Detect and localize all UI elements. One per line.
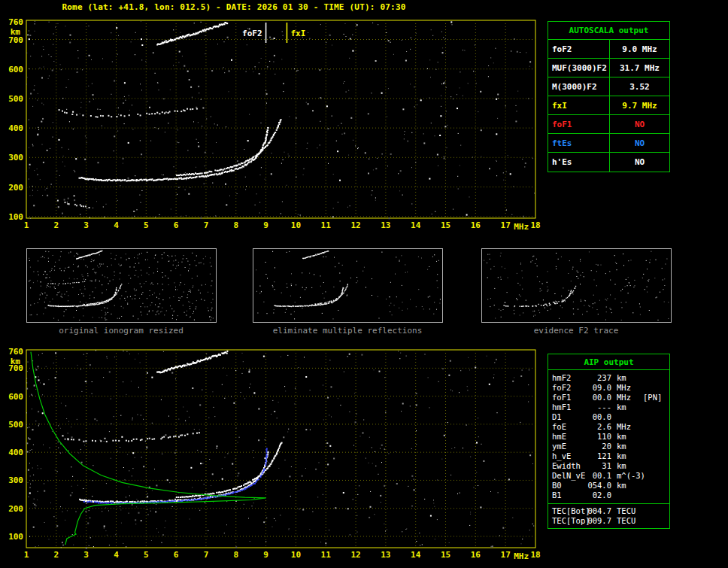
aip-note bbox=[643, 481, 669, 491]
aip-value: 110 bbox=[587, 432, 611, 442]
svg-text:MHz: MHz bbox=[514, 551, 529, 561]
aip-table-header: AIP output bbox=[548, 354, 669, 370]
svg-text:1: 1 bbox=[24, 550, 29, 560]
svg-text:500: 500 bbox=[8, 420, 23, 430]
aip-note bbox=[643, 451, 669, 461]
svg-text:600: 600 bbox=[8, 65, 23, 74]
aip-value: 054.0 bbox=[587, 481, 611, 491]
svg-text:fxI: fxI bbox=[290, 29, 305, 38]
aip-value: 009.7 bbox=[587, 516, 611, 526]
bot-electron-density-profile bbox=[31, 352, 266, 545]
thumbnail-1 bbox=[27, 249, 217, 323]
svg-text:14: 14 bbox=[411, 550, 421, 560]
svg-text:11: 11 bbox=[321, 550, 332, 560]
param-label: fxI bbox=[548, 96, 610, 114]
svg-text:200: 200 bbox=[8, 183, 23, 193]
svg-text:foF2: foF2 bbox=[242, 29, 262, 38]
svg-text:7: 7 bbox=[204, 550, 209, 560]
aip-unit: km bbox=[611, 461, 643, 471]
svg-text:100: 100 bbox=[8, 532, 23, 542]
aip-row-hme: hmE110km bbox=[548, 432, 669, 442]
autoscala-row-ftes: ftEsNO bbox=[548, 134, 669, 153]
aip-row-hmf2: hmF2237km bbox=[548, 373, 669, 383]
svg-text:400: 400 bbox=[8, 448, 23, 457]
thumbnail-caption-evidence: evidence F2 trace bbox=[481, 326, 671, 336]
svg-text:760: 760 bbox=[8, 17, 23, 27]
aip-value: 00.1 bbox=[587, 471, 611, 481]
aip-row-hmf1: hmF1---km bbox=[548, 402, 669, 412]
aip-row-ewidth: Ewidth31km bbox=[548, 461, 669, 471]
param-value: NO bbox=[610, 115, 669, 133]
svg-text:12: 12 bbox=[350, 220, 360, 230]
aip-note bbox=[643, 461, 669, 471]
autoscala-row-muf-3000-f2: MUF(3000)F231.7 MHz bbox=[548, 59, 669, 77]
svg-text:6: 6 bbox=[174, 550, 179, 560]
svg-text:5: 5 bbox=[144, 550, 149, 560]
svg-text:15: 15 bbox=[441, 220, 450, 230]
svg-text:760: 760 bbox=[8, 347, 23, 357]
svg-text:10: 10 bbox=[291, 550, 301, 560]
aip-value: 02.0 bbox=[587, 491, 611, 500]
aip-value: 237 bbox=[587, 373, 611, 383]
svg-text:km: km bbox=[11, 27, 21, 37]
svg-text:18: 18 bbox=[530, 220, 540, 230]
bot-multiple-reflection-trace bbox=[62, 432, 200, 442]
top-frame: 760700600500400300200100km12345678910111… bbox=[8, 17, 541, 232]
svg-text:17: 17 bbox=[501, 550, 511, 560]
aip-param: DelN_vE bbox=[548, 471, 587, 481]
svg-text:100: 100 bbox=[8, 212, 23, 222]
param-label: foF2 bbox=[548, 40, 610, 58]
aip-row-tec-top: TEC[Top]009.7TECU bbox=[548, 516, 669, 526]
svg-text:14: 14 bbox=[411, 220, 421, 230]
aip-note bbox=[643, 422, 669, 432]
svg-text:9: 9 bbox=[263, 220, 268, 230]
aip-unit: km bbox=[611, 442, 643, 451]
aip-param: TEC[Bot] bbox=[548, 506, 587, 516]
marker-fxi: fxI bbox=[287, 23, 305, 43]
param-label: h'Es bbox=[548, 153, 610, 172]
top-oblique-top-trace bbox=[156, 22, 228, 46]
svg-text:km: km bbox=[11, 357, 21, 366]
top-f2-ordinary-trace bbox=[79, 127, 269, 182]
param-label: ftEs bbox=[548, 134, 610, 152]
marker-fof2: foF2 bbox=[242, 23, 266, 43]
svg-text:16: 16 bbox=[471, 550, 481, 560]
aip-row-b0: B0054.0km bbox=[548, 481, 669, 491]
param-value: NO bbox=[610, 134, 669, 152]
aip-unit: km bbox=[611, 402, 643, 412]
aip-param: hmE bbox=[548, 432, 587, 442]
svg-text:MHz: MHz bbox=[514, 222, 529, 232]
svg-text:1: 1 bbox=[24, 220, 29, 230]
bot-ionogram: 760700600500400300200100km12345678910111… bbox=[8, 347, 541, 561]
svg-text:10: 10 bbox=[291, 220, 301, 230]
aip-row-tec-bot: TEC[Bot]004.7TECU bbox=[548, 506, 669, 516]
svg-text:16: 16 bbox=[471, 220, 481, 230]
aip-unit: MHz bbox=[611, 383, 643, 393]
param-value: 31.7 MHz bbox=[610, 59, 669, 77]
aip-note bbox=[643, 402, 669, 412]
thumbnail-caption-eliminate: eliminate multiple reflections bbox=[253, 326, 442, 336]
aip-note bbox=[643, 373, 669, 383]
aip-row-b1: B102.0 bbox=[548, 491, 669, 500]
aip-unit: TECU bbox=[611, 516, 643, 526]
svg-text:6: 6 bbox=[174, 220, 179, 230]
aip-value: 00.0 bbox=[587, 393, 611, 402]
aip-param: TEC[Top] bbox=[548, 516, 587, 526]
aip-note bbox=[643, 442, 669, 451]
aip-note bbox=[643, 383, 669, 393]
param-value: 3.52 bbox=[610, 77, 669, 96]
aip-row-fof1: foF100.0MHz[PN] bbox=[548, 393, 669, 402]
svg-text:200: 200 bbox=[8, 504, 23, 514]
svg-text:300: 300 bbox=[8, 475, 23, 485]
thumbnail-2 bbox=[253, 249, 443, 323]
aip-note bbox=[643, 412, 669, 422]
aip-unit bbox=[611, 491, 643, 500]
aip-output-table: AIP output hmF2237kmfoF209.0MHzfoF100.0M… bbox=[548, 354, 670, 529]
autoscala-row-h-es: h'EsNO bbox=[548, 153, 669, 172]
top-e-region-scatter bbox=[57, 200, 90, 208]
aip-param: B1 bbox=[548, 491, 587, 500]
svg-text:5: 5 bbox=[144, 220, 149, 230]
svg-text:13: 13 bbox=[381, 220, 390, 230]
aip-value: 121 bbox=[587, 451, 611, 461]
svg-text:400: 400 bbox=[8, 123, 23, 133]
